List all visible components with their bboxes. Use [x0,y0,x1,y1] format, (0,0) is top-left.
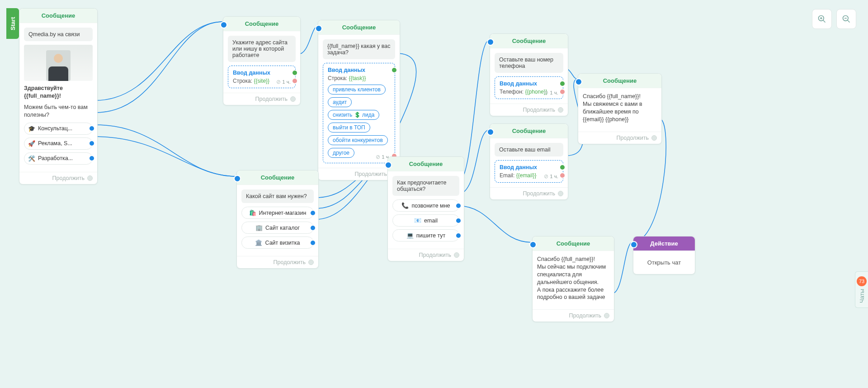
input-line: Строка: {{task}} [328,75,390,81]
message-bubble: Как предпочитаете общаться? [392,176,459,196]
pill-lower-cost[interactable]: снизить 💲 лида [328,110,379,120]
in-port[interactable] [487,128,494,136]
continue-label: Продолжить [419,252,451,258]
continue-label: Продолжить [52,175,85,181]
pill-leads[interactable]: привлечь клиентов [328,85,386,95]
continue-label: Продолжить [255,96,288,102]
out-port[interactable] [455,232,462,239]
phone-icon: 📞 [401,202,409,209]
node-footer: Продолжить [490,104,568,116]
message-text: Спасибо {{full_name}}! Мы сейчас мы подк… [537,256,609,301]
laptop-icon: 💻 [406,232,414,239]
data-input-block[interactable]: Ввод данных Строка: {{task}} привлечь кл… [323,63,395,163]
out-port[interactable] [455,218,462,224]
option-chat[interactable]: 💻пишите тут [392,229,459,241]
data-input-block[interactable]: Ввод данных Телефон: {{phone}} 1 ч. [495,76,563,99]
continue-label: Продолжить [523,190,555,197]
node-header: Сообщение [223,17,300,31]
input-timeout-port[interactable] [292,78,298,84]
continue-label: Продолжить [617,135,649,141]
node-welcome[interactable]: Сообщение Qmedia.by на связи Здравствуйт… [19,8,98,185]
continue-port[interactable] [87,175,93,181]
input-success-port[interactable] [559,80,566,87]
out-port[interactable] [310,210,316,216]
pill-audit[interactable]: аудит [328,97,352,107]
option-label: пишите тут [416,232,446,239]
in-port[interactable] [385,161,392,169]
data-input-block[interactable]: Ввод данных Строка: {{site}} 1 ч. [228,66,296,88]
message-bubble: Оставьте ваш email [495,143,563,156]
in-port[interactable] [529,241,537,248]
start-tab[interactable]: Start [6,8,19,39]
node-footer: Продолжить [578,132,661,144]
building-icon: 🏢 [255,224,263,231]
node-email-input[interactable]: Сообщение Оставьте ваш email Ввод данных… [490,123,568,200]
continue-port[interactable] [290,96,296,102]
out-port[interactable] [310,240,316,246]
message-bubble: {{full_name}} какая у вас задача? [323,39,395,59]
continue-port[interactable] [604,313,609,318]
node-phone-input[interactable]: Сообщение Оставьте ваш номер телефона Вв… [490,33,568,116]
continue-port[interactable] [558,191,563,196]
option-call[interactable]: 📞позвоните мне [392,199,459,212]
out-port[interactable] [89,140,95,147]
out-port[interactable] [310,225,316,231]
node-site-type[interactable]: Сообщение Какой сайт вам нужен? 🛍️Интерн… [236,170,319,269]
out-port[interactable] [89,155,95,161]
chats-label: Чаты [859,289,865,303]
chats-count-badge: 73 [857,276,867,286]
flow-canvas[interactable]: Start 73 Чаты Сообщение Qmedia.by на свя… [0,0,868,388]
input-title: Ввод данных [233,70,291,76]
option-dev[interactable]: 🛠️Разработка... [24,152,93,165]
input-success-port[interactable] [292,70,298,76]
option-label: Реклама, S... [38,140,72,147]
continue-port[interactable] [308,260,314,265]
out-port[interactable] [89,125,95,132]
in-port[interactable] [487,38,494,46]
chats-tab[interactable]: 73 Чаты [855,271,868,308]
subtitle-text: Можем быть чем-то вам полезны? [24,104,93,119]
node-site-input[interactable]: Сообщение Укажите адрес сайта или нишу в… [223,16,301,105]
in-port[interactable] [315,25,322,32]
shop-icon: 🛍️ [249,209,256,216]
node-task-input[interactable]: Сообщение {{full_name}} какая у вас зада… [318,20,400,180]
continue-port[interactable] [454,252,459,258]
option-label: Интернет-магазин [259,210,307,216]
continue-port[interactable] [558,107,563,113]
node-thanks-contact[interactable]: Сообщение Спасибо {{full_name}}! Мы свяж… [578,73,662,144]
message-bubble: Qmedia.by на связи [24,28,93,41]
zoom-out-button[interactable] [836,9,856,29]
node-contact-pref[interactable]: Сообщение Как предпочитаете общаться? 📞п… [387,156,464,261]
option-ads[interactable]: 🚀Реклама, S... [24,137,93,150]
continue-label: Продолжить [355,171,387,177]
in-port[interactable] [630,241,637,248]
node-open-chat-action[interactable]: Действие Открыть чат [633,236,695,274]
option-label: Сайт визитка [265,240,300,246]
option-email[interactable]: 📧email [392,214,459,227]
option-shop[interactable]: 🛍️Интернет-магазин [241,207,314,219]
input-timeout-port[interactable] [559,89,566,95]
zoom-in-icon [817,14,826,24]
grad-cap-icon: 🎓 [28,125,35,132]
zoom-in-button[interactable] [812,9,832,29]
tools-icon: 🛠️ [28,155,35,162]
input-success-port[interactable] [391,67,397,73]
in-port[interactable] [575,78,582,85]
node-footer: Продолжить [533,309,614,322]
in-port[interactable] [220,21,227,28]
continue-port[interactable] [651,135,657,141]
out-port[interactable] [455,203,462,209]
pill-other[interactable]: другое [328,148,354,158]
continue-label: Продолжить [523,107,555,113]
node-thanks-specialist[interactable]: Сообщение Спасибо {{full_name}}! Мы сейч… [532,236,614,322]
option-catalog[interactable]: 🏢Сайт каталог [241,222,314,234]
in-port[interactable] [234,175,241,182]
option-consult[interactable]: 🎓Консультац... [24,123,93,135]
option-landing[interactable]: 🏛️Сайт визитка [241,237,314,249]
data-input-block[interactable]: Ввод данных Email: {{email}} 1 ч. [495,160,563,183]
input-timeout-port[interactable] [559,172,566,179]
pill-competitors[interactable]: обойти конкурентов [328,135,388,145]
input-success-port[interactable] [559,164,566,170]
input-title: Ввод данных [500,164,558,170]
pill-top[interactable]: выйти в ТОП [328,123,370,132]
